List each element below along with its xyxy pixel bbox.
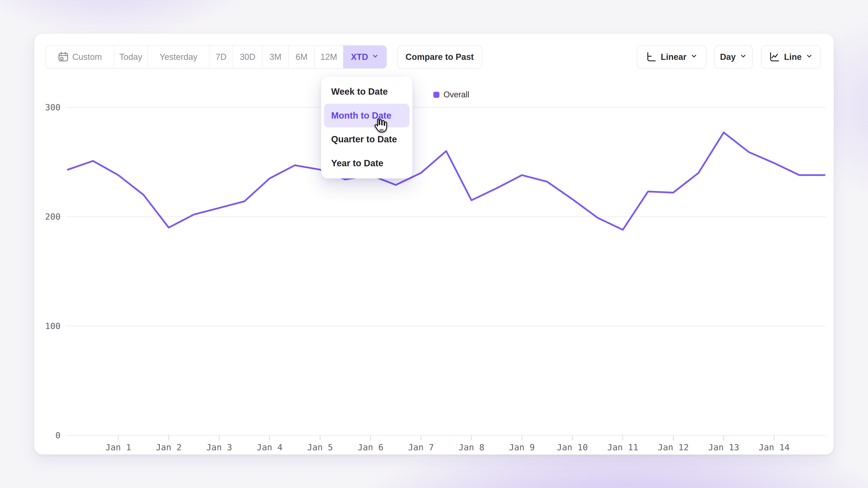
range-option-label: Yesterday xyxy=(160,52,197,62)
legend-label: Overall xyxy=(443,90,469,99)
x-tick-label: Jan 13 xyxy=(708,442,739,452)
range-option-today[interactable]: Today xyxy=(114,46,148,68)
compare-to-past-button[interactable]: Compare to Past xyxy=(397,45,482,69)
chevron-down-icon xyxy=(690,52,698,62)
range-option-label: 6M xyxy=(296,52,308,62)
compare-to-past-label: Compare to Past xyxy=(405,52,474,62)
range-option-label: 12M xyxy=(320,52,337,62)
range-option-yesterday[interactable]: Yesterday xyxy=(148,46,210,68)
y-axis-labels: 0100200300 xyxy=(45,102,61,440)
x-tick-label: Jan 12 xyxy=(658,442,689,452)
x-tick-label: Jan 11 xyxy=(608,442,638,452)
menu-item-quarter-to-date[interactable]: Quarter to Date xyxy=(324,127,410,151)
range-option-label: 3M xyxy=(270,52,281,62)
linear-scale-icon xyxy=(645,51,657,63)
y-tick-label: 100 xyxy=(45,321,61,331)
gridlines xyxy=(66,107,826,435)
linear-dropdown-button[interactable]: Linear xyxy=(637,45,706,69)
range-option-label: Today xyxy=(119,52,142,62)
x-tick-label: Jan 14 xyxy=(758,442,789,452)
x-axis-ticks xyxy=(118,435,774,440)
range-option-label: 30D xyxy=(240,52,255,62)
legend-swatch xyxy=(433,92,439,98)
x-tick-label: Jan 7 xyxy=(408,442,434,452)
menu-item-week-to-date[interactable]: Week to Date xyxy=(324,80,410,104)
y-tick-label: 200 xyxy=(45,212,61,222)
legend: Overall xyxy=(433,90,469,99)
menu-item-year-to-date[interactable]: Year to Date xyxy=(324,151,410,175)
page: { "colors": { "accent_purple": "#5b3ff2"… xyxy=(0,0,868,488)
x-axis-labels: Jan 1Jan 2Jan 3Jan 4Jan 5Jan 6Jan 7Jan 8… xyxy=(105,442,789,452)
x-tick-label: Jan 10 xyxy=(557,442,588,452)
y-tick-label: 300 xyxy=(45,102,61,112)
y-tick-label: 0 xyxy=(55,430,61,440)
menu-item-month-to-date[interactable]: Month to Date xyxy=(324,104,410,128)
range-option-7d[interactable]: 7D xyxy=(210,46,233,68)
range-option-xtd[interactable]: XTD xyxy=(343,46,386,68)
calendar-icon xyxy=(57,51,69,63)
line-dropdown-label: Line xyxy=(784,52,802,62)
line-dropdown-button[interactable]: Line xyxy=(761,45,820,69)
line-chart-icon xyxy=(769,51,780,63)
day-dropdown-label: Day xyxy=(720,52,736,62)
x-tick-label: Jan 6 xyxy=(358,442,383,452)
x-tick-label: Jan 9 xyxy=(509,442,535,452)
range-option-custom[interactable]: Custom xyxy=(46,46,114,68)
line-chart: 0100200300 Jan 1Jan 2Jan 3Jan 4Jan 5Jan … xyxy=(0,0,868,488)
range-option-30d[interactable]: 30D xyxy=(233,46,262,68)
range-option-12m[interactable]: 12M xyxy=(315,46,343,68)
hand-pointer-cursor xyxy=(373,117,388,134)
xtd-dropdown-menu: Week to DateMonth to DateQuarter to Date… xyxy=(321,76,412,178)
range-option-label: 7D xyxy=(216,52,227,62)
x-tick-label: Jan 3 xyxy=(206,442,232,452)
chevron-down-icon xyxy=(739,52,747,62)
series-line-overall xyxy=(68,132,825,230)
x-tick-label: Jan 5 xyxy=(307,442,333,452)
series-group xyxy=(68,132,825,230)
chevron-down-icon xyxy=(805,52,813,62)
range-option-label: Custom xyxy=(72,52,102,62)
date-range-segmented-control: CustomTodayYesterday7D30D3M6M12MXTD xyxy=(45,45,387,69)
chevron-down-icon xyxy=(371,52,379,62)
range-option-3m[interactable]: 3M xyxy=(262,46,289,68)
linear-dropdown-label: Linear xyxy=(661,52,686,62)
range-option-6m[interactable]: 6M xyxy=(289,46,315,68)
day-dropdown-button[interactable]: Day xyxy=(714,45,753,69)
x-tick-label: Jan 8 xyxy=(458,442,484,452)
x-tick-label: Jan 1 xyxy=(105,442,131,452)
x-tick-label: Jan 4 xyxy=(257,442,283,452)
range-option-label: XTD xyxy=(351,52,368,62)
x-tick-label: Jan 2 xyxy=(156,442,182,452)
